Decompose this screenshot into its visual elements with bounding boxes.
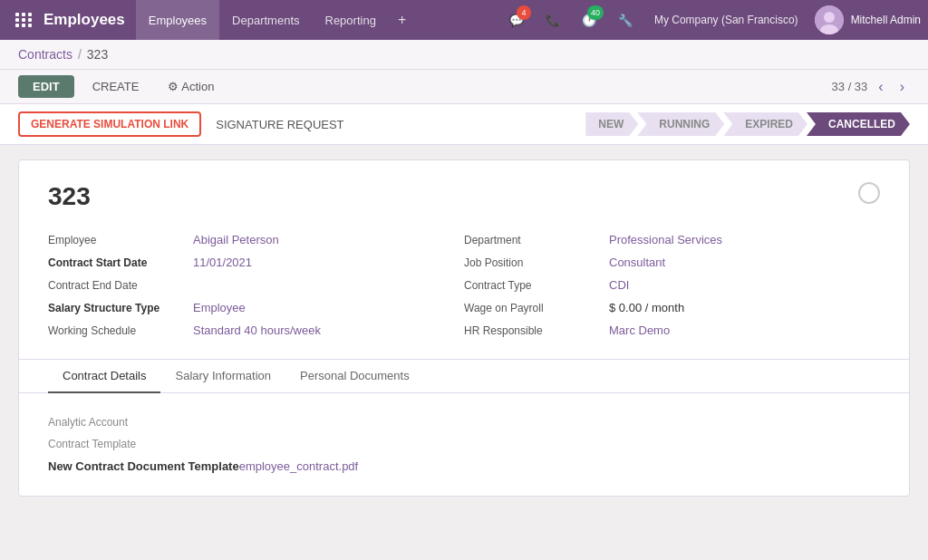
field-employee-label: Employee	[48, 233, 193, 246]
tab-field-new-contract-doc-label: New Contract Document Template	[48, 459, 239, 473]
field-salary-structure-label: Salary Structure Type	[48, 301, 193, 314]
navbar: Employees Employees Departments Reportin…	[0, 0, 928, 40]
status-new[interactable]: NEW	[585, 112, 638, 136]
clock-icon-btn[interactable]: 🕐 40	[573, 4, 605, 36]
field-job-position-label: Job Position	[464, 256, 609, 269]
field-hr-responsible: HR Responsible Marc Demo	[464, 323, 880, 337]
field-working-schedule: Working Schedule Standard 40 hours/week	[48, 323, 464, 337]
action-button[interactable]: ⚙ Action	[157, 75, 225, 98]
field-employee-value[interactable]: Abigail Peterson	[193, 233, 279, 246]
wrench-icon-btn[interactable]: 🔧	[609, 4, 642, 36]
tab-field-new-contract-doc: New Contract Document Template employee_…	[48, 455, 880, 478]
breadcrumb-current: 323	[87, 47, 108, 62]
generate-simulation-link-button[interactable]: GENERATE SIMULATION LINK	[18, 111, 201, 137]
field-contract-type: Contract Type CDI	[464, 278, 880, 292]
field-wage-value: $ 0.00 / month	[609, 301, 684, 314]
page-wrapper: Contracts / 323 EDIT CREATE ⚙ Action 33 …	[0, 40, 928, 560]
field-employee: Employee Abigail Peterson	[48, 233, 464, 246]
chat-badge: 4	[517, 5, 531, 20]
field-salary-structure: Salary Structure Type Employee	[48, 301, 464, 314]
field-department: Department Professional Services	[464, 233, 880, 246]
tab-field-contract-template-label: Contract Template	[48, 438, 229, 450]
avatar-image	[815, 5, 844, 34]
wrench-icon: 🔧	[618, 14, 633, 27]
field-contract-start-label: Contract Start Date	[48, 256, 193, 269]
record-status-circle[interactable]	[858, 182, 880, 204]
navbar-icons: 💬 4 📞 🕐 40 🔧 My Company (San Francisco) …	[500, 4, 921, 36]
field-job-position: Job Position Consultant	[464, 256, 880, 269]
tab-field-analytic-account-label: Analytic Account	[48, 416, 229, 429]
field-working-schedule-label: Working Schedule	[48, 323, 193, 337]
nav-plus[interactable]: +	[389, 0, 415, 40]
field-wage: Wage on Payroll $ 0.00 / month	[464, 301, 880, 314]
username[interactable]: Mitchell Admin	[851, 14, 921, 26]
field-contract-type-label: Contract Type	[464, 278, 609, 292]
grid-menu-icon[interactable]	[7, 0, 40, 40]
prev-record-button[interactable]: ‹	[873, 77, 888, 97]
field-hr-responsible-label: HR Responsible	[464, 323, 609, 337]
clock-badge: 40	[587, 5, 604, 20]
chat-icon-btn[interactable]: 💬 4	[500, 4, 533, 36]
tab-salary-information[interactable]: Salary Information	[160, 360, 285, 393]
edit-button[interactable]: EDIT	[18, 75, 74, 98]
avatar[interactable]	[815, 5, 844, 34]
svg-point-1	[824, 12, 835, 23]
field-working-schedule-value[interactable]: Standard 40 hours/week	[193, 323, 321, 337]
nav-reporting[interactable]: Reporting	[313, 0, 389, 40]
field-job-position-value[interactable]: Consultant	[609, 256, 665, 269]
phone-icon-btn[interactable]: 📞	[536, 4, 569, 36]
tab-field-analytic-account: Analytic Account	[48, 411, 880, 433]
nav-employees[interactable]: Employees	[136, 0, 219, 40]
status-cancelled[interactable]: CANCELLED	[807, 112, 910, 136]
company-name[interactable]: My Company (San Francisco)	[645, 14, 807, 26]
tab-field-contract-template: Contract Template	[48, 433, 880, 455]
breadcrumb-separator: /	[78, 47, 82, 62]
phone-icon: 📞	[546, 14, 560, 27]
field-hr-responsible-value[interactable]: Marc Demo	[609, 323, 670, 337]
field-wage-label: Wage on Payroll	[464, 301, 609, 314]
record-number: 323	[48, 182, 91, 211]
field-contract-type-value[interactable]: CDI	[609, 278, 629, 292]
field-salary-structure-value[interactable]: Employee	[193, 301, 246, 314]
status-pipeline: NEW RUNNING EXPIRED CANCELLED	[586, 112, 910, 136]
toolbar: EDIT CREATE ⚙ Action 33 / 33 ‹ ›	[0, 70, 928, 104]
field-contract-start: Contract Start Date 11/01/2021	[48, 256, 464, 269]
field-contract-end-label: Contract End Date	[48, 278, 193, 292]
field-contract-end: Contract End Date	[48, 278, 464, 292]
breadcrumb: Contracts / 323	[0, 40, 928, 70]
status-bar: GENERATE SIMULATION LINK SIGNATURE REQUE…	[0, 104, 928, 145]
signature-request-button[interactable]: SIGNATURE REQUEST	[201, 113, 358, 136]
field-contract-start-value[interactable]: 11/01/2021	[193, 256, 252, 269]
field-department-label: Department	[464, 233, 609, 246]
tab-field-new-contract-doc-value[interactable]: employee_contract.pdf	[239, 459, 359, 473]
field-department-value[interactable]: Professional Services	[609, 233, 722, 246]
tab-contract-details[interactable]: Contract Details	[48, 360, 160, 393]
status-running[interactable]: RUNNING	[637, 112, 724, 136]
create-button[interactable]: CREATE	[82, 75, 150, 98]
tab-personal-documents[interactable]: Personal Documents	[285, 360, 424, 393]
pagination-label: 33 / 33	[832, 80, 868, 93]
fields-right: Department Professional Services Job Pos…	[464, 233, 880, 337]
toolbar-right: 33 / 33 ‹ ›	[832, 77, 910, 97]
tabs-bar: Contract Details Salary Information Pers…	[19, 359, 909, 392]
fields-left: Employee Abigail Peterson Contract Start…	[48, 233, 464, 337]
breadcrumb-parent[interactable]: Contracts	[18, 47, 72, 62]
nav-departments[interactable]: Departments	[219, 0, 312, 40]
status-expired[interactable]: EXPIRED	[723, 112, 807, 136]
record-header: 323	[19, 160, 909, 226]
next-record-button[interactable]: ›	[894, 77, 910, 97]
fields-grid: Employee Abigail Peterson Contract Start…	[19, 226, 909, 359]
tab-content-contract-details: Analytic Account Contract Template New C…	[19, 392, 909, 496]
app-brand[interactable]: Employees	[40, 11, 136, 29]
record-card: 323 Employee Abigail Peterson Contract S…	[18, 159, 910, 497]
navbar-nav: Employees Departments Reporting +	[136, 0, 500, 40]
